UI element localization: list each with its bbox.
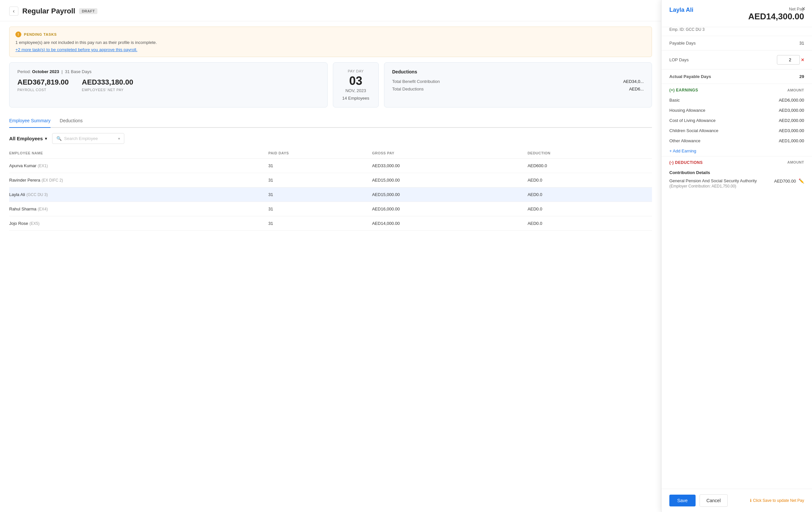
drawer-net-pay-block: Net Pay AED14,300.00 bbox=[748, 6, 804, 22]
cell-gross-pay: AED16,000.00 bbox=[372, 207, 527, 211]
actual-payable-value: 29 bbox=[800, 74, 804, 79]
contribution-sub: (Employer Contribution: AED1,750.00) bbox=[669, 184, 774, 188]
col-header-name: EMPLOYEE NAME bbox=[9, 151, 268, 155]
cell-deduction: AED0.0 bbox=[528, 178, 652, 183]
pending-tasks-link[interactable]: +2 more task(s) to be completed before y… bbox=[16, 47, 137, 52]
back-button[interactable]: ‹ bbox=[9, 6, 18, 16]
lop-row: LOP Days × bbox=[669, 55, 804, 65]
main-container: ‹ Regular Payroll DRAFT ! PENDING TASKS … bbox=[0, 0, 812, 512]
deductions-section-title: (-) DEDUCTIONS bbox=[669, 160, 703, 165]
payday-label: PAY DAY bbox=[341, 69, 371, 73]
payable-days-row: Payable Days 31 bbox=[669, 41, 804, 46]
save-button[interactable]: Save bbox=[669, 494, 696, 506]
payday-card: PAY DAY 03 NOV, 2023 14 Employees bbox=[333, 62, 379, 108]
tab-employee-summary[interactable]: Employee Summary bbox=[9, 114, 51, 128]
search-employee-dropdown[interactable]: 🔍 Search Employee ▾ bbox=[52, 133, 124, 144]
cell-deduction: AED0.0 bbox=[528, 192, 652, 197]
drawer-emp-id-text: Emp. ID: GCC DU 3 bbox=[669, 27, 704, 32]
cell-deduction: AED0.0 bbox=[528, 221, 652, 226]
table-header: EMPLOYEE NAME PAID DAYS GROSS PAY DEDUCT… bbox=[9, 148, 652, 159]
amounts-row: AED367,819.00 PAYROLL COST AED333,180.00… bbox=[18, 78, 319, 92]
drawer-employee-name: Layla Ali bbox=[669, 6, 693, 13]
earning-label-children-social: Children Social Allowance bbox=[669, 128, 719, 133]
employee-table-wrapper: EMPLOYEE NAME PAID DAYS GROSS PAY DEDUCT… bbox=[0, 148, 661, 231]
draft-badge: DRAFT bbox=[79, 8, 97, 14]
all-employees-label: All Employees bbox=[9, 136, 43, 141]
lop-days-label: LOP Days bbox=[669, 57, 689, 62]
payroll-cost-block: AED367,819.00 PAYROLL COST bbox=[18, 78, 69, 92]
all-employees-dropdown[interactable]: All Employees ▾ bbox=[9, 136, 47, 141]
tab-deductions[interactable]: Deductions bbox=[60, 114, 83, 128]
deductions-card: Deductions Total Benefit Contribution AE… bbox=[384, 62, 652, 108]
deductions-card-title: Deductions bbox=[392, 69, 644, 74]
deductions-amount-col-label: AMOUNT bbox=[787, 160, 804, 165]
earnings-title: (+) EARNINGS bbox=[669, 88, 698, 92]
payroll-cost-label: PAYROLL COST bbox=[18, 88, 69, 92]
earning-value-housing: AED3,000.00 bbox=[779, 108, 804, 113]
save-hint: ℹ Click Save to update Net Pay bbox=[750, 498, 804, 503]
drawer-emp-id: Emp. ID: GCC DU 3 bbox=[662, 27, 812, 36]
cell-name: Rahul Sharma (EX4) bbox=[9, 207, 268, 211]
earning-row-basic: Basic AED6,000.00 bbox=[662, 95, 812, 105]
table-row[interactable]: Jojo Rose (EX5) 31 AED14,000.00 AED0.0 bbox=[9, 216, 652, 231]
earning-value-basic: AED6,000.00 bbox=[779, 98, 804, 102]
close-drawer-button[interactable]: × bbox=[802, 5, 806, 12]
employees-net-pay-label: EMPLOYEES' NET PAY bbox=[82, 88, 134, 92]
edit-contribution-icon[interactable]: ✏️ bbox=[799, 178, 804, 184]
pending-icon: ! bbox=[16, 31, 21, 37]
payday-employees: 14 Employees bbox=[341, 96, 371, 101]
contribution-amount-row: AED700.00 ✏️ bbox=[774, 178, 805, 184]
cell-paid-days: 31 bbox=[268, 192, 372, 197]
cancel-button[interactable]: Cancel bbox=[699, 494, 728, 507]
drawer-lop-section: LOP Days × bbox=[662, 51, 812, 69]
table-row[interactable]: Rahul Sharma (EX4) 31 AED16,000.00 AED0.… bbox=[9, 202, 652, 216]
earning-row-children-social: Children Social Allowance AED3,000.00 bbox=[662, 125, 812, 136]
info-icon: ℹ bbox=[750, 498, 752, 503]
add-earning-label: + Add Earning bbox=[669, 149, 696, 153]
search-icon: 🔍 bbox=[56, 136, 62, 141]
filter-row: All Employees ▾ 🔍 Search Employee ▾ bbox=[9, 133, 652, 144]
contribution-amount: AED700.00 bbox=[774, 179, 796, 184]
pending-tasks-header: ! PENDING TASKS bbox=[16, 31, 646, 37]
save-hint-text: Click Save to update Net Pay bbox=[753, 498, 804, 503]
search-chevron-icon: ▾ bbox=[118, 137, 120, 141]
total-benefit-label: Total Benefit Contribution bbox=[392, 79, 440, 84]
total-benefit-row: Total Benefit Contribution AED34,0... bbox=[392, 79, 644, 84]
earning-row-other: Other Allowance AED1,000.00 bbox=[662, 136, 812, 146]
period-value: October 2023 bbox=[32, 69, 59, 74]
table-row[interactable]: Ravinder Perera (EX DIFC 2) 31 AED15,000… bbox=[9, 173, 652, 187]
actual-payable-row: Actual Payable Days 29 bbox=[669, 74, 804, 79]
search-placeholder: Search Employee bbox=[64, 136, 98, 141]
earning-value-cost-of-living: AED2,000.00 bbox=[779, 118, 804, 123]
earning-label-basic: Basic bbox=[669, 98, 680, 102]
employees-net-pay-value: AED333,180.00 bbox=[82, 78, 134, 87]
earning-value-children-social: AED3,000.00 bbox=[779, 128, 804, 133]
cell-paid-days: 31 bbox=[268, 207, 372, 211]
page-header: ‹ Regular Payroll DRAFT bbox=[0, 0, 661, 21]
cell-paid-days: 31 bbox=[268, 163, 372, 168]
cell-name: Apurva Kumar (EX1) bbox=[9, 163, 268, 168]
pending-tasks-message: 1 employee(s) are not included in this p… bbox=[16, 40, 646, 45]
earning-label-cost-of-living: Cost of Living Allowance bbox=[669, 118, 716, 123]
earnings-section-header: (+) EARNINGS AMOUNT bbox=[662, 84, 812, 95]
earning-label-housing: Housing Allowance bbox=[669, 108, 705, 113]
lop-clear-icon[interactable]: × bbox=[801, 57, 804, 63]
cell-paid-days: 31 bbox=[268, 221, 372, 226]
contribution-name: General Pension And Social Security Auth… bbox=[669, 178, 774, 183]
col-header-deduction: DEDUCTION bbox=[528, 151, 652, 155]
earning-value-other: AED1,000.00 bbox=[779, 138, 804, 143]
actual-payable-label: Actual Payable Days bbox=[669, 74, 711, 79]
table-row-selected[interactable]: Layla Ali (GCC DU 3) 31 AED15,000.00 AED… bbox=[9, 187, 652, 202]
lop-input-wrapper: × bbox=[777, 55, 804, 65]
table-row[interactable]: Apurva Kumar (EX1) 31 AED33,000.00 AED60… bbox=[9, 159, 652, 173]
deductions-section-header: (-) DEDUCTIONS AMOUNT bbox=[662, 156, 812, 168]
earning-row-cost-of-living: Cost of Living Allowance AED2,000.00 bbox=[662, 115, 812, 125]
payroll-card: Period: October 2023 | 31 Base Days AED3… bbox=[9, 62, 328, 108]
total-deductions-label: Total Deductions bbox=[392, 87, 424, 91]
contribution-details: General Pension And Social Security Auth… bbox=[669, 178, 774, 188]
lop-days-input[interactable] bbox=[777, 55, 800, 65]
period-label: Period: bbox=[18, 69, 31, 74]
base-days: 31 Base Days bbox=[65, 69, 91, 74]
add-earning-button[interactable]: + Add Earning bbox=[662, 146, 812, 156]
cell-gross-pay: AED15,000.00 bbox=[372, 192, 527, 197]
